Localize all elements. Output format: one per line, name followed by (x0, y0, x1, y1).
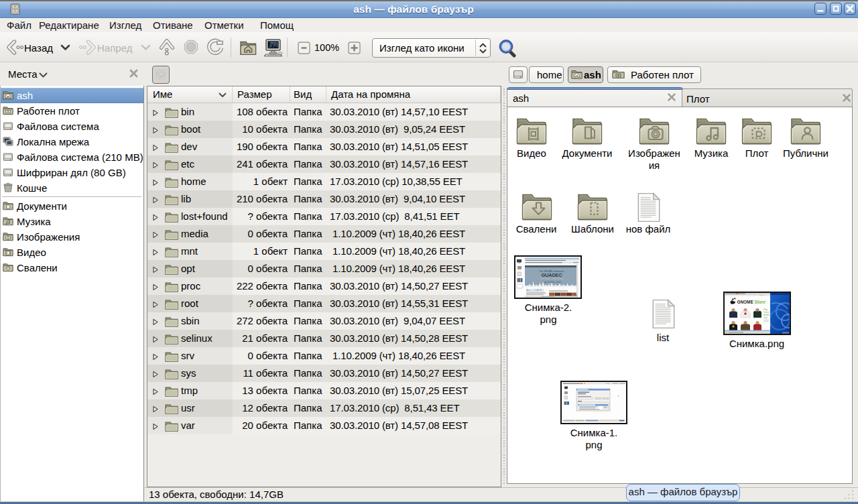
svg-text:Shop: Shop (763, 308, 768, 311)
svg-text:Hoodies: Hoodies (763, 314, 770, 316)
svg-text:Store: Store (755, 300, 766, 304)
svg-text:About GUADEC: About GUADEC (526, 289, 544, 292)
svg-text:T-shirts: T-shirts (763, 311, 770, 314)
svg-text:GNOME: GNOME (737, 300, 754, 304)
svg-text:The Hague, Netherlands: The Hague, Netherlands (540, 277, 564, 280)
svg-text:Caps: Caps (763, 316, 768, 319)
